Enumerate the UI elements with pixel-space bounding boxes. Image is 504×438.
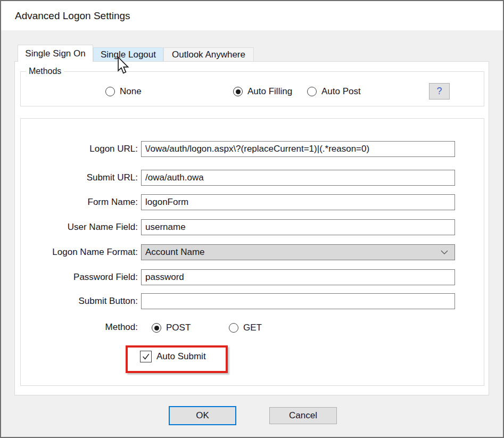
check-icon [142,352,150,361]
dropdown-selected-value: Account Name [145,247,440,258]
user-name-field-label: User Name Field: [41,219,138,235]
logon-name-format-label: Logon Name Format: [41,244,138,260]
radio-label: None [120,86,142,97]
radio-option-auto-post[interactable]: Auto Post [307,86,361,97]
help-button[interactable]: ? [429,83,450,100]
form-name-input[interactable] [141,194,455,210]
advanced-logon-settings-dialog: Advanced Logon Settings Single Sign On S… [0,0,504,438]
methods-groupbox-legend: Methods [26,67,64,76]
tab-outlook-anywhere[interactable]: Outlook Anywhere [163,47,254,61]
radio-icon[interactable] [229,323,238,333]
checkbox-checked-icon[interactable] [140,351,152,362]
methods-groupbox: Methods None Auto Filling Auto Post ? [20,71,484,106]
submit-url-input[interactable] [141,170,455,186]
radio-option-none[interactable]: None [105,86,142,97]
radio-label: GET [243,323,262,333]
submit-url-label: Submit URL: [41,170,138,186]
auto-submit-label: Auto Submit [156,351,206,362]
radio-option-auto-filling[interactable]: Auto Filling [233,86,292,97]
radio-label: Auto Filling [247,86,292,97]
radio-icon[interactable] [307,87,317,96]
form-name-label: Form Name: [41,194,138,210]
logon-url-label: Logon URL: [41,141,138,157]
tab-single-logout[interactable]: Single Logout [93,47,163,61]
title-bar: Advanced Logon Settings [1,1,503,30]
radio-label: POST [166,323,191,333]
logon-url-input[interactable] [141,141,455,157]
radio-icon-selected[interactable] [152,323,161,333]
logon-name-format-dropdown[interactable]: Account Name [141,244,455,260]
radio-label: Auto Post [321,86,361,97]
radio-icon[interactable] [105,87,115,96]
auto-submit-checkbox-row[interactable]: Auto Submit [140,351,206,362]
submit-button-label: Submit Button: [41,293,138,309]
chevron-down-icon [440,249,449,256]
submit-button-input[interactable] [141,293,455,309]
method-label: Method: [41,321,138,333]
tab-single-sign-on[interactable]: Single Sign On [18,45,93,62]
radio-icon-selected[interactable] [233,87,243,96]
user-name-field-input[interactable] [141,219,455,235]
cancel-button[interactable]: Cancel [269,407,337,424]
ok-button[interactable]: OK [169,406,236,425]
dialog-title: Advanced Logon Settings [15,10,130,22]
radio-option-get[interactable]: GET [229,323,262,333]
password-field-label: Password Field: [41,269,138,285]
password-field-input[interactable] [141,269,455,285]
radio-option-post[interactable]: POST [152,323,191,333]
